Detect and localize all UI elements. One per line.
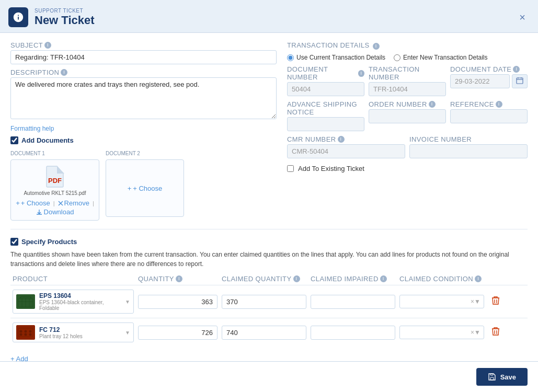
invoice-number-input[interactable] [409,144,528,158]
products-table: PRODUCT QUANTITY i CLAIMED QUANTITY i CL… [10,273,528,347]
add-existing-checkbox[interactable] [287,165,294,172]
svg-rect-19 [490,377,494,380]
reference-info: i [496,101,502,108]
table-row: EPS 13604 EPS 13604-black container, Fol… [10,285,528,318]
claimed-condition-cell-1: ×▼ [397,295,486,308]
order-number-field: ORDER NUMBER i [369,100,446,131]
radio-new[interactable] [394,54,400,61]
claimed-impaired-input-2[interactable] [311,326,395,340]
delete-row-2-button[interactable] [488,326,503,339]
col-claimed-qty-header: CLAIMED QUANTITY i [220,275,308,283]
doc1-box: PDF Automotive RKLT 5215.pdf + + Choose … [10,159,99,221]
condition-dropdown-btn-2[interactable]: ×▼ [467,329,484,336]
product-desc-1: EPS 13604-black container, Foldable [39,299,121,311]
specify-products-section: Specify Products The quantities shown ha… [10,238,528,361]
formatting-help-link[interactable]: Formatting help [10,125,277,132]
transaction-fields-row1: DOCUMENT NUMBER i 50404 TRANSACTION NUMB… [287,65,528,96]
subject-input[interactable]: Regarding: TFR-10404 [10,50,277,64]
add-existing-label: Add To Existing Ticket [298,165,364,172]
condition-select-1: ×▼ [399,295,484,308]
transaction-number-field: TRANSACTION NUMBER TFR-10404 [369,65,446,96]
product-dropdown-arrow-2: ▼ [125,330,130,336]
left-section: SUBJECT i Regarding: TFR-10404 DESCRIPTI… [10,41,277,221]
top-section: SUBJECT i Regarding: TFR-10404 DESCRIPTI… [10,41,528,221]
quantity-input-1[interactable]: 363 [138,295,218,309]
order-number-info: i [429,101,436,108]
radio-current[interactable] [287,54,294,61]
description-info-icon: i [61,69,67,76]
svg-point-18 [29,333,32,336]
quantity-input-2[interactable]: 726 [138,326,218,340]
claimed-condition-info-icon: i [475,275,482,282]
claimed-qty-info-icon: i [293,275,300,282]
product-select-1[interactable]: EPS 13604 EPS 13604-black container, Fol… [13,290,134,314]
description-input[interactable]: We delivered more crates and trays then … [10,77,277,119]
doc-number-field: DOCUMENT NUMBER i 50404 [287,65,364,96]
product-info-2: FC 712 Plant tray 12 holes [39,326,121,339]
doc1-choose-button[interactable]: + + Choose [16,199,50,207]
doc-number-info: i [358,70,364,77]
transaction-number-input[interactable]: TFR-10404 [369,82,446,96]
reference-field: REFERENCE i [450,100,528,131]
add-line-button[interactable]: + Add [10,353,528,361]
advance-shipping-field: ADVANCE SHIPPING NOTICE [287,100,364,131]
header-left: SUPPORT TICKET New Ticket [8,7,95,27]
radio-new-label: Enter New Transaction Details [403,54,487,61]
products-table-header: PRODUCT QUANTITY i CLAIMED QUANTITY i CL… [10,273,528,285]
svg-rect-3 [517,78,523,84]
col-quantity-header: QUANTITY i [136,275,220,283]
product-info-1: EPS 13604 EPS 13604-black container, Fol… [39,292,121,311]
main-title: New Ticket [35,14,95,27]
document-date-input[interactable]: 29-03-2022 [450,74,510,88]
subject-label: SUBJECT i [10,41,277,49]
table-row: FC 712 Plant tray 12 holes ▼ 726 740 [10,318,528,347]
doc1-container: DOCUMENT 1 PDF Automotive RKLT 5215 [10,151,99,221]
svg-point-15 [29,330,32,333]
claimed-qty-input-1[interactable]: 370 [222,295,306,309]
doc2-box: + + Choose [106,159,184,217]
product-name-2: FC 712 [39,326,121,333]
radio-current-option[interactable]: Use Current Transaction Details [287,54,385,61]
modal-body: SUBJECT i Regarding: TFR-10404 DESCRIPTI… [0,33,538,361]
add-documents-checkbox[interactable] [10,136,18,144]
doc1-label: DOCUMENT 1 [10,151,45,156]
product-cell-1: EPS 13604 EPS 13604-black container, Fol… [10,290,136,314]
svg-point-16 [20,333,22,336]
add-documents-checkbox-label[interactable]: Add Documents [10,136,277,144]
delete-row-1-button[interactable] [488,295,503,308]
product-select-2[interactable]: FC 712 Plant tray 12 holes ▼ [13,322,134,342]
close-button[interactable]: × [517,9,528,26]
quantity-cell-2: 726 [136,326,220,340]
calendar-button[interactable] [512,74,528,88]
claimed-qty-input-2[interactable]: 740 [222,326,306,340]
cmr-number-input[interactable]: CMR-50404 [287,144,405,158]
condition-dropdown-btn-1[interactable]: ×▼ [467,298,484,305]
col-product-header: PRODUCT [10,275,136,283]
radio-new-option[interactable]: Enter New Transaction Details [394,54,487,61]
document-date-field: DOCUMENT DATE i 29-03-2022 [450,65,528,96]
add-documents-section: Add Documents DOCUMENT 1 [10,136,277,221]
product-name-1: EPS 13604 [39,292,121,299]
doc2-label: DOCUMENT 2 [106,151,140,156]
reference-input[interactable] [450,109,528,123]
svg-text:PDF: PDF [48,177,62,185]
add-existing-row: Add To Existing Ticket [287,165,528,172]
advance-shipping-input[interactable] [287,117,364,131]
condition-select-dropdown-1[interactable] [400,295,467,308]
condition-select-dropdown-2[interactable] [400,326,467,339]
specify-products-checkbox-label[interactable]: Specify Products [10,238,528,246]
product-dropdown-arrow-1: ▼ [125,299,130,305]
claimed-qty-cell-2: 740 [220,326,308,340]
doc-number-input[interactable]: 50404 [287,82,364,96]
order-number-input[interactable] [369,109,446,123]
specify-products-checkbox[interactable] [10,238,18,246]
doc1-download-button[interactable]: Download [36,208,74,216]
save-button[interactable]: Save [476,368,528,386]
doc2-choose-button[interactable]: + + Choose [128,185,163,192]
modal-footer: Save [0,361,538,392]
claimed-impaired-input-1[interactable] [311,295,395,309]
products-info-text: The quantities shown have been taken fro… [10,250,528,269]
doc1-remove-button[interactable]: Remove [58,199,89,207]
pdf-icon: PDF [45,165,64,188]
app-icon [8,7,28,27]
